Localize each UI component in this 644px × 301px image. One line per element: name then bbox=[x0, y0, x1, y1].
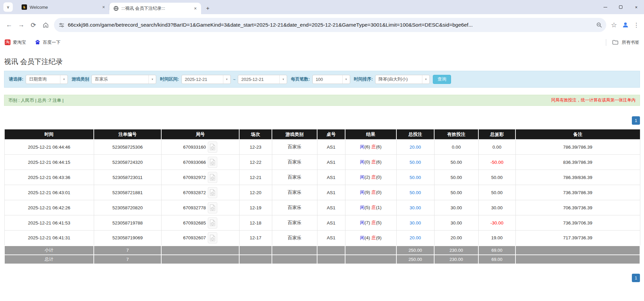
total-bet-cell[interactable]: 50.00 bbox=[396, 155, 434, 170]
page-1-button[interactable]: 1 bbox=[632, 274, 640, 282]
video-replay-button[interactable] bbox=[208, 217, 217, 229]
menu-kebab-icon[interactable]: ⋮ bbox=[632, 22, 641, 29]
query-type-value: 日期查询 bbox=[26, 76, 60, 82]
site-info-icon[interactable] bbox=[59, 22, 64, 28]
game-type-cell: 百家乐 bbox=[272, 155, 317, 170]
footer-bet-id-cell: 7 bbox=[94, 255, 161, 264]
chevron-down-icon[interactable]: ▾ bbox=[279, 75, 287, 84]
payout-cell: 0.00 bbox=[478, 140, 515, 155]
zoom-out-icon[interactable] bbox=[596, 22, 602, 28]
video-replay-button[interactable] bbox=[208, 202, 217, 213]
video-replay-button[interactable] bbox=[208, 157, 217, 168]
url-text[interactable]: 66cxkj98.com/game/betrecord_search/kind3… bbox=[68, 22, 593, 28]
video-replay-button[interactable] bbox=[208, 172, 217, 183]
table-no-cell: AS1 bbox=[317, 200, 345, 215]
all-bookmarks[interactable]: 所有书签 bbox=[606, 39, 639, 46]
valid-bet-cell: 20.00 bbox=[434, 231, 478, 246]
globe-icon bbox=[113, 6, 119, 11]
remark-cell: 786.39/836.39 bbox=[515, 170, 640, 185]
bookmark-taobao[interactable]: 淘 爱淘宝 bbox=[5, 39, 26, 46]
reload-button[interactable]: ⟳ bbox=[28, 19, 39, 31]
forward-icon: → bbox=[18, 21, 25, 29]
total-bet-cell[interactable]: 50.00 bbox=[396, 170, 434, 185]
tab-search-button[interactable]: ∨ bbox=[3, 2, 13, 12]
footer-session-cell bbox=[239, 246, 272, 255]
close-window-button[interactable]: × bbox=[628, 0, 644, 14]
payout-cell: -30.00 bbox=[478, 215, 515, 231]
maximize-button[interactable] bbox=[613, 0, 628, 14]
url-bar[interactable]: 66cxkj98.com/game/betrecord_search/kind3… bbox=[54, 18, 606, 32]
chevron-down-icon[interactable]: ▾ bbox=[342, 75, 350, 84]
footer-valid-bet-cell: 230.00 bbox=[434, 246, 478, 255]
video-replay-button[interactable] bbox=[208, 232, 217, 243]
round-wrap: 670932872 bbox=[162, 187, 239, 198]
tab-welcome[interactable]: ♞ Welcome × bbox=[18, 0, 109, 14]
banker-result: 庄 bbox=[371, 220, 376, 225]
total-bet-cell[interactable]: 50.00 bbox=[396, 185, 434, 200]
total-bet-cell[interactable]: 20.00 bbox=[396, 140, 434, 155]
banker-result: 庄 bbox=[371, 175, 376, 180]
game-type-cell: 百家乐 bbox=[272, 200, 317, 215]
chevron-down-icon[interactable]: ▾ bbox=[60, 75, 67, 84]
round-id: 670932972 bbox=[183, 175, 206, 180]
home-button[interactable] bbox=[40, 19, 51, 31]
game-type-select[interactable]: 百家乐 ▾ bbox=[91, 75, 156, 84]
maximize-icon bbox=[619, 5, 622, 9]
video-replay-button[interactable] bbox=[208, 142, 217, 153]
new-tab-button[interactable]: + bbox=[203, 4, 213, 13]
chevron-down-icon[interactable]: ▾ bbox=[422, 75, 429, 84]
table-body: 2025-12-21 06:44:46523058725306670933160… bbox=[4, 140, 640, 246]
page-size-select[interactable]: 100 ▾ bbox=[312, 75, 350, 84]
total-bet-cell[interactable]: 30.00 bbox=[396, 200, 434, 215]
back-button[interactable]: ← bbox=[3, 19, 15, 31]
bet-id-cell: 523058721881 bbox=[94, 185, 161, 200]
footer-remark-cell bbox=[515, 246, 640, 255]
footer-session-cell bbox=[239, 255, 272, 264]
bookmark-baidu[interactable]: 百度一下 bbox=[35, 39, 60, 46]
total-bet-cell[interactable]: 30.00 bbox=[396, 215, 434, 231]
total-bet-cell[interactable]: 20.00 bbox=[396, 231, 434, 246]
column-header-8: 有效投注 bbox=[434, 129, 478, 140]
bookmark-star-icon[interactable]: ☆ bbox=[609, 21, 619, 29]
game-type-label: 游戏类别 bbox=[72, 76, 89, 82]
column-header-0: 时间 bbox=[4, 129, 94, 140]
close-tab-icon[interactable]: × bbox=[101, 4, 107, 10]
footer-total-bet-cell: 250.00 bbox=[396, 255, 434, 264]
payout-cell: 30.00 bbox=[478, 200, 515, 215]
table-no-cell: AS1 bbox=[317, 170, 345, 185]
column-header-10: 备注 bbox=[515, 129, 640, 140]
column-header-9: 总派彩 bbox=[478, 129, 515, 140]
search-button[interactable]: 查询 bbox=[433, 75, 451, 84]
session-cell: 12-17 bbox=[239, 231, 272, 246]
forward-button[interactable]: → bbox=[16, 19, 27, 31]
player-result: 闲 bbox=[360, 190, 365, 195]
table-no-cell: AS1 bbox=[317, 155, 345, 170]
round-cell: 670933066 bbox=[161, 155, 239, 170]
profile-button[interactable] bbox=[620, 21, 631, 29]
session-cell: 12-18 bbox=[239, 215, 272, 231]
sort-select[interactable]: 降幂(由大到小) ▾ bbox=[375, 75, 430, 84]
table-row: 2025-12-21 06:41:31523058719069670932607… bbox=[4, 231, 640, 246]
pagination-top: 1 bbox=[4, 116, 640, 125]
minimize-button[interactable] bbox=[597, 0, 613, 14]
date-end-select[interactable]: 2025-12-21 ▾ bbox=[238, 75, 287, 84]
player-result: 闲 bbox=[360, 144, 365, 149]
banker-result: 庄 bbox=[371, 205, 376, 210]
payout-cell: 50.00 bbox=[478, 185, 515, 200]
close-tab-icon[interactable]: × bbox=[192, 5, 198, 11]
payout-cell: -50.00 bbox=[478, 155, 515, 170]
table-no-cell: AS1 bbox=[317, 215, 345, 231]
result-cell: 闲(4) 庄(9) bbox=[345, 231, 396, 246]
round-cell: 670933160 bbox=[161, 140, 239, 155]
query-type-select[interactable]: 日期查询 ▾ bbox=[26, 75, 68, 84]
result-count: (6) bbox=[376, 159, 382, 164]
date-start-select[interactable]: 2025-12-21 ▾ bbox=[181, 75, 231, 84]
table-no-cell: AS1 bbox=[317, 185, 345, 200]
divider bbox=[606, 39, 606, 46]
chevron-down-icon[interactable]: ▾ bbox=[223, 75, 230, 84]
game-type-value: 百家乐 bbox=[92, 76, 148, 82]
chevron-down-icon[interactable]: ▾ bbox=[148, 75, 156, 84]
video-replay-button[interactable] bbox=[208, 187, 217, 198]
tab-bet-record[interactable]: :::视讯 会员下注纪录::: × bbox=[109, 3, 201, 14]
page-1-button[interactable]: 1 bbox=[632, 116, 640, 125]
